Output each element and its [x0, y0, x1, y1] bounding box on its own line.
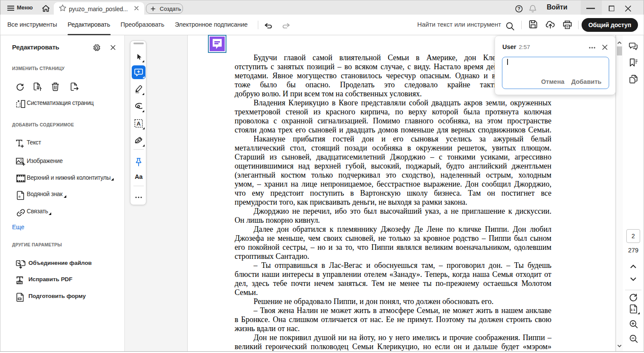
- svg-text:A: A: [136, 120, 141, 127]
- svg-text:?: ?: [517, 6, 520, 11]
- svg-text:1:1: 1:1: [631, 308, 635, 312]
